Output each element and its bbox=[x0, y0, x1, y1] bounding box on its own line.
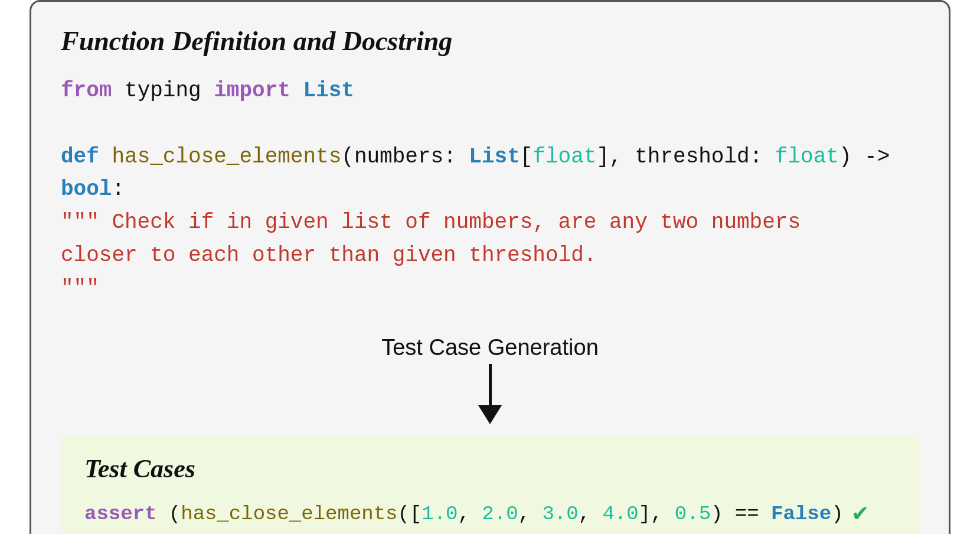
arrow-head bbox=[478, 405, 502, 424]
top-section: Function Definition and Docstring from t… bbox=[61, 25, 919, 317]
bottom-section: Test Cases assert (has_close_elements([1… bbox=[61, 436, 919, 534]
arrow-line bbox=[489, 364, 492, 405]
arrow-label: Test Case Generation bbox=[381, 335, 599, 360]
assert-lines-container: assert (has_close_elements([1.0, 2.0, 3.… bbox=[84, 494, 896, 534]
code-line-def_line: def has_close_elements(numbers: List[flo… bbox=[61, 141, 919, 174]
code-block-top: from typing import List def has_close_el… bbox=[61, 74, 919, 305]
check-icon: ✔ bbox=[853, 494, 868, 534]
code-line-bool_line: bool: bbox=[61, 173, 919, 206]
code-line-docstring2: closer to each other than given threshol… bbox=[61, 239, 919, 272]
code-line-import_line: from typing import List bbox=[61, 74, 919, 108]
code-line-docstring3: """ bbox=[61, 272, 919, 305]
assert-line-assert1: assert (has_close_elements([1.0, 2.0, 3.… bbox=[84, 494, 896, 534]
code-line-docstring1: """ Check if in given list of numbers, a… bbox=[61, 206, 919, 239]
top-title: Function Definition and Docstring bbox=[61, 25, 919, 57]
arrow-section: Test Case Generation bbox=[61, 317, 919, 436]
test-cases-title: Test Cases bbox=[84, 454, 896, 484]
code-line-blank1 bbox=[61, 108, 919, 141]
main-container: Function Definition and Docstring from t… bbox=[30, 0, 950, 534]
